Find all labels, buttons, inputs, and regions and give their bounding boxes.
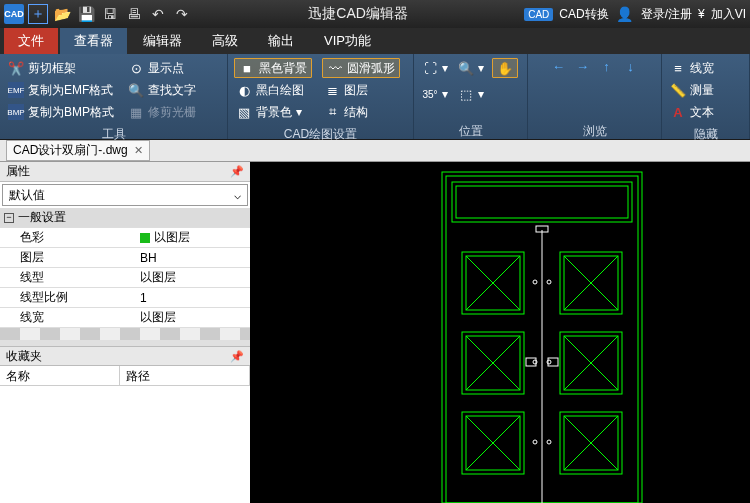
svg-point-31 <box>547 280 551 284</box>
lineweight-button[interactable]: ≡线宽 <box>668 58 716 78</box>
blackbg-icon: ■ <box>239 60 255 76</box>
layers-icon: ≣ <box>324 82 340 98</box>
nav-down-icon[interactable]: ↓ <box>623 58 639 74</box>
measure-button[interactable]: 📏测量 <box>668 80 716 100</box>
save-icon[interactable]: 💾 <box>76 4 96 24</box>
open-icon[interactable]: 📂 <box>52 4 72 24</box>
cad-convert-button[interactable]: CAD转换 <box>559 6 608 23</box>
cad-badge: CAD <box>524 8 553 21</box>
nav-up-icon[interactable]: ↑ <box>599 58 615 74</box>
ribbon-tabs: 文件 查看器 编辑器 高级 输出 VIP功能 <box>0 28 750 54</box>
cube-icon: ⬚ <box>458 86 474 102</box>
prop-row-layer[interactable]: 图层BH <box>0 248 250 268</box>
saveas-icon[interactable]: 🖫 <box>100 4 120 24</box>
bg-color-button[interactable]: ▧背景色▾ <box>234 102 312 122</box>
group-browse-label: 浏览 <box>528 123 661 139</box>
pan-button[interactable]: ✋ <box>492 58 518 78</box>
undo-icon[interactable]: ↶ <box>148 4 168 24</box>
tab-editor[interactable]: 编辑器 <box>129 28 196 54</box>
prop-row-color[interactable]: 色彩以图层 <box>0 228 250 248</box>
favorites-title: 收藏夹 <box>6 348 42 365</box>
crop-frame-button[interactable]: ✂️剪切框架 <box>6 58 116 78</box>
tab-advanced[interactable]: 高级 <box>198 28 252 54</box>
bw-draw-button[interactable]: ◐黑白绘图 <box>234 80 312 100</box>
pin-icon-fav[interactable]: 📌 <box>230 350 244 363</box>
ribbon-group-hide: ≡线宽 📏测量 A文本 隐藏 <box>662 54 750 139</box>
chevron-down-icon: ⌵ <box>234 188 241 202</box>
svg-rect-3 <box>456 186 628 218</box>
rotate-icon: 35° <box>422 86 438 102</box>
document-tabs: CAD设计双扇门-.dwg ✕ <box>0 140 750 162</box>
trim-icon: ▦ <box>128 104 144 120</box>
nav-left-icon[interactable]: ← <box>551 58 567 74</box>
document-tab[interactable]: CAD设计双扇门-.dwg ✕ <box>6 140 150 161</box>
color-swatch <box>140 233 150 243</box>
redo-icon[interactable]: ↷ <box>172 4 192 24</box>
copy-emf-button[interactable]: EMF复制为EMF格式 <box>6 80 116 100</box>
search-icon: 🔍 <box>128 82 144 98</box>
fit-icon: ⛶ <box>422 60 438 76</box>
pin-icon[interactable]: 📌 <box>230 165 244 178</box>
nav-right-icon[interactable]: → <box>575 58 591 74</box>
rotate-button[interactable]: 35°▾ <box>420 84 450 104</box>
fav-col-name[interactable]: 名称 <box>0 366 120 385</box>
zoom-icon: 🔍 <box>458 60 474 76</box>
svg-rect-35 <box>548 358 558 366</box>
favorites-columns: 名称 路径 <box>0 366 250 386</box>
default-select[interactable]: 默认值 ⌵ <box>2 184 248 206</box>
crop-icon: ✂️ <box>8 60 24 76</box>
group-position-label: 位置 <box>414 123 527 139</box>
fav-col-path[interactable]: 路径 <box>120 366 250 385</box>
app-icon: CAD <box>4 4 24 24</box>
svg-point-36 <box>533 440 537 444</box>
black-bg-button[interactable]: ■黑色背景 <box>234 58 312 78</box>
prop-row-ltscale[interactable]: 线型比例1 <box>0 288 250 308</box>
tab-vip[interactable]: VIP功能 <box>310 28 385 54</box>
layers-button[interactable]: ≣图层 <box>322 80 400 100</box>
svg-rect-2 <box>452 182 632 222</box>
properties-title: 属性 <box>6 163 30 180</box>
login-button[interactable]: 登录/注册 <box>641 6 692 23</box>
close-tab-icon[interactable]: ✕ <box>134 144 143 157</box>
show-points-button[interactable]: ⊙显示点 <box>126 58 198 78</box>
titlebar-right: CAD CAD转换 👤 登录/注册 ¥ 加入VI <box>524 4 746 24</box>
text-button[interactable]: A文本 <box>668 102 716 122</box>
scroll-hint <box>0 328 250 340</box>
property-grid: −一般设置 色彩以图层 图层BH 线型以图层 线型比例1 线宽以图层 <box>0 208 250 328</box>
print-icon[interactable]: 🖶 <box>124 4 144 24</box>
text-icon: A <box>670 104 686 120</box>
tab-file[interactable]: 文件 <box>4 28 58 54</box>
find-text-button[interactable]: 🔍查找文字 <box>126 80 198 100</box>
favorites-header: 收藏夹 📌 <box>0 346 250 366</box>
ribbon-group-position: ⛶▾ 🔍▾ ✋ 35°▾ ⬚▾ 位置 <box>414 54 528 139</box>
tab-output[interactable]: 输出 <box>254 28 308 54</box>
collapse-icon[interactable]: − <box>4 213 14 223</box>
prop-section[interactable]: −一般设置 <box>0 208 250 228</box>
copy-bmp-button[interactable]: BMP复制为BMP格式 <box>6 102 116 122</box>
join-vip-button[interactable]: 加入VI <box>711 6 746 23</box>
default-select-label: 默认值 <box>9 187 45 204</box>
ribbon: ✂️剪切框架 EMF复制为EMF格式 BMP复制为BMP格式 ⊙显示点 🔍查找文… <box>0 54 750 140</box>
view3d-button[interactable]: ⬚▾ <box>456 84 486 104</box>
new-icon[interactable]: ＋ <box>28 4 48 24</box>
drawing-canvas[interactable] <box>252 162 750 503</box>
trim-raster-button[interactable]: ▦修剪光栅 <box>126 102 198 122</box>
bmp-icon: BMP <box>8 104 24 120</box>
document-tab-label: CAD设计双扇门-.dwg <box>13 142 128 159</box>
prop-row-lineweight[interactable]: 线宽以图层 <box>0 308 250 328</box>
tab-viewer[interactable]: 查看器 <box>60 28 127 54</box>
zoom-button[interactable]: 🔍▾ <box>456 58 486 78</box>
app-title: 迅捷CAD编辑器 <box>196 5 520 23</box>
smooth-arc-button[interactable]: 〰圆滑弧形 <box>322 58 400 78</box>
ribbon-group-browse: ← → ↑ ↓ 浏览 <box>528 54 662 139</box>
svg-point-37 <box>547 440 551 444</box>
cad-drawing <box>252 162 750 503</box>
fit-button[interactable]: ⛶▾ <box>420 58 450 78</box>
structure-button[interactable]: ⌗结构 <box>322 102 400 122</box>
svg-rect-34 <box>526 358 536 366</box>
svg-point-30 <box>533 280 537 284</box>
yen-icon: ¥ <box>698 7 705 21</box>
prop-row-linetype[interactable]: 线型以图层 <box>0 268 250 288</box>
group-hide-label: 隐藏 <box>662 126 749 142</box>
user-icon: 👤 <box>615 4 635 24</box>
